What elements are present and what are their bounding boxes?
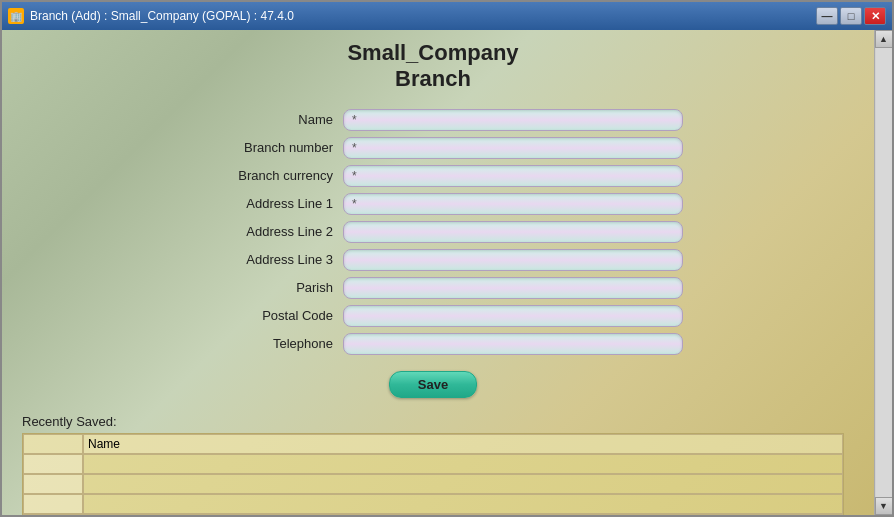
close-button[interactable]: ✕ (864, 7, 886, 25)
cell-name-1 (83, 454, 843, 474)
content-area: Small_Company Branch Name Branch number … (2, 30, 892, 515)
main-window: 🏢 Branch (Add) : Small_Company (GOPAL) :… (0, 0, 894, 517)
page-title: Small_Company Branch (12, 40, 854, 93)
input-name[interactable] (343, 109, 683, 131)
titlebar: 🏢 Branch (Add) : Small_Company (GOPAL) :… (2, 2, 892, 30)
label-address3: Address Line 3 (183, 252, 343, 267)
titlebar-left: 🏢 Branch (Add) : Small_Company (GOPAL) :… (8, 8, 294, 24)
scrollbar: ▲ ▼ (874, 30, 892, 515)
form-row-postal-code: Postal Code (183, 305, 683, 327)
table-row (23, 494, 843, 514)
input-parish[interactable] (343, 277, 683, 299)
table-header: Name (23, 434, 843, 454)
col-header-name: Name (83, 434, 843, 454)
form-row-name: Name (183, 109, 683, 131)
cell-name-3 (83, 494, 843, 514)
col-header-num (23, 434, 83, 454)
cell-num-3 (23, 494, 83, 514)
label-parish: Parish (183, 280, 343, 295)
form-row-address3: Address Line 3 (183, 249, 683, 271)
titlebar-buttons: — □ ✕ (816, 7, 886, 25)
table-row (23, 454, 843, 474)
input-address2[interactable] (343, 221, 683, 243)
input-address1[interactable] (343, 193, 683, 215)
save-row: Save (12, 371, 854, 398)
input-branch-currency[interactable] (343, 165, 683, 187)
input-address3[interactable] (343, 249, 683, 271)
form-row-address1: Address Line 1 (183, 193, 683, 215)
input-branch-number[interactable] (343, 137, 683, 159)
cell-num-4 (23, 514, 83, 515)
scroll-up-button[interactable]: ▲ (875, 30, 893, 48)
app-icon: 🏢 (8, 8, 24, 24)
cell-num-1 (23, 454, 83, 474)
input-telephone[interactable] (343, 333, 683, 355)
recently-saved-section: Recently Saved: Name (12, 410, 854, 515)
label-postal-code: Postal Code (183, 308, 343, 323)
form-row-telephone: Telephone (183, 333, 683, 355)
form-row-branch-number: Branch number (183, 137, 683, 159)
main-content: Small_Company Branch Name Branch number … (2, 30, 874, 515)
scroll-down-button[interactable]: ▼ (875, 497, 893, 515)
maximize-button[interactable]: □ (840, 7, 862, 25)
label-address1: Address Line 1 (183, 196, 343, 211)
label-branch-currency: Branch currency (183, 168, 343, 183)
table-row (23, 474, 843, 494)
table-row (23, 514, 843, 515)
saved-table: Name (22, 433, 844, 515)
form-row-parish: Parish (183, 277, 683, 299)
cell-name-4 (83, 514, 843, 515)
window-title: Branch (Add) : Small_Company (GOPAL) : 4… (30, 9, 294, 23)
cell-name-2 (83, 474, 843, 494)
form-row-address2: Address Line 2 (183, 221, 683, 243)
input-postal-code[interactable] (343, 305, 683, 327)
cell-num-2 (23, 474, 83, 494)
label-name: Name (183, 112, 343, 127)
recently-saved-label: Recently Saved: (22, 414, 844, 429)
form-area: Name Branch number Branch currency Addre… (12, 109, 854, 361)
label-branch-number: Branch number (183, 140, 343, 155)
save-button[interactable]: Save (389, 371, 477, 398)
scroll-track[interactable] (876, 48, 892, 497)
minimize-button[interactable]: — (816, 7, 838, 25)
form-row-branch-currency: Branch currency (183, 165, 683, 187)
label-telephone: Telephone (183, 336, 343, 351)
label-address2: Address Line 2 (183, 224, 343, 239)
